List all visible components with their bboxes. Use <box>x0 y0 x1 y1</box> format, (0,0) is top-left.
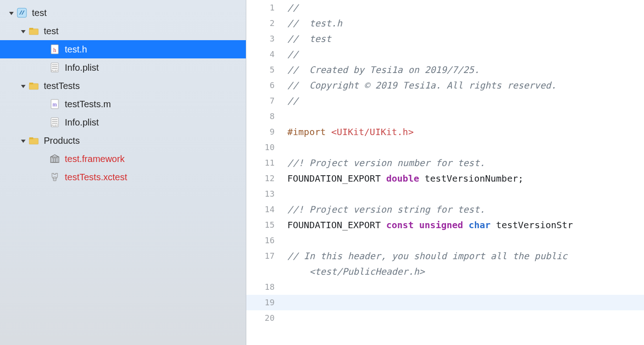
line-number: 10 <box>246 140 287 155</box>
folder-label: testTests <box>44 81 80 91</box>
svg-text:PLIST: PLIST <box>52 124 58 127</box>
code-line[interactable] <box>287 140 644 155</box>
file-label: Info.plist <box>65 63 99 73</box>
file-label: testTests.m <box>65 99 111 110</box>
disclosure-triangle-icon[interactable] <box>20 136 26 146</box>
product-framework-row[interactable]: test.framework <box>0 150 246 168</box>
svg-marker-0 <box>9 12 14 15</box>
code-line[interactable]: FOUNDATION_EXPORT double testVersionNumb… <box>287 171 644 186</box>
code-line[interactable] <box>287 109 644 124</box>
line-number: 16 <box>246 233 287 248</box>
code-line[interactable]: <test/PublicHeader.h> <box>287 264 644 279</box>
code-line[interactable]: // In this header, you should import all… <box>287 248 644 264</box>
svg-rect-19 <box>52 121 57 122</box>
svg-marker-2 <box>21 30 26 33</box>
line-number: 5 <box>246 62 287 78</box>
svg-rect-4 <box>29 28 33 30</box>
svg-rect-28 <box>56 158 57 162</box>
folder-test-row[interactable]: test <box>0 22 246 40</box>
line-number: 15 <box>246 217 287 233</box>
svg-rect-9 <box>52 66 57 67</box>
objc-file-icon: m <box>49 99 60 110</box>
line-number: 4 <box>246 47 287 62</box>
folder-icon <box>28 26 39 37</box>
file-info-plist-row[interactable]: PLIST Info.plist <box>0 113 246 131</box>
folder-products-row[interactable]: Products <box>0 131 246 150</box>
svg-rect-14 <box>29 83 33 84</box>
project-root-row[interactable]: test <box>0 4 246 22</box>
code-line[interactable]: //! Project version number for test. <box>287 155 644 171</box>
line-number: 11 <box>246 155 287 171</box>
code-line[interactable]: // <box>287 0 644 16</box>
folder-label: test <box>44 26 58 37</box>
line-number: 8 <box>246 109 287 124</box>
svg-marker-12 <box>21 85 26 88</box>
line-number: 20 <box>246 310 287 326</box>
line-number: 18 <box>246 279 287 295</box>
code-line[interactable] <box>287 186 644 202</box>
line-number: 7 <box>246 93 287 109</box>
code-line[interactable]: #import <UIKit/UIKit.h> <box>287 124 644 140</box>
svg-text:h: h <box>53 47 57 53</box>
folder-label: Products <box>44 136 80 146</box>
file-info-plist-row[interactable]: PLIST Info.plist <box>0 58 246 77</box>
project-navigator[interactable]: test test h test.h PLIST Info.plist test… <box>0 0 246 345</box>
line-number: 12 <box>246 171 287 186</box>
line-number: 1 <box>246 0 287 16</box>
code-line[interactable] <box>287 310 644 326</box>
code-line[interactable] <box>287 295 644 310</box>
disclosure-triangle-icon[interactable] <box>20 26 26 36</box>
line-number: 13 <box>246 186 287 202</box>
file-label: test.framework <box>65 154 125 164</box>
header-file-icon: h <box>49 44 60 55</box>
code-line[interactable] <box>287 233 644 248</box>
svg-text:m: m <box>52 101 57 108</box>
xctest-icon <box>49 172 60 183</box>
folder-icon <box>28 80 39 91</box>
file-label: testTests.xctest <box>65 172 127 183</box>
code-line[interactable]: // <box>287 47 644 62</box>
svg-rect-24 <box>29 137 33 139</box>
svg-rect-20 <box>52 123 57 124</box>
file-label: Info.plist <box>65 117 99 128</box>
line-number: 9 <box>246 124 287 140</box>
svg-rect-1 <box>17 8 26 17</box>
folder-testtests-row[interactable]: testTests <box>0 77 246 95</box>
line-number: 2 <box>246 16 287 31</box>
svg-rect-27 <box>54 158 56 162</box>
code-line[interactable]: // test.h <box>287 16 644 31</box>
file-label: test.h <box>65 44 87 55</box>
plist-file-icon: PLIST <box>49 62 60 73</box>
svg-text:PLIST: PLIST <box>52 69 58 72</box>
svg-rect-10 <box>52 68 57 69</box>
line-number: 19 <box>246 295 287 310</box>
code-line[interactable]: // Created by Tesi1a on 2019/7/25. <box>287 62 644 78</box>
svg-marker-22 <box>21 140 26 143</box>
disclosure-triangle-icon[interactable] <box>20 81 26 91</box>
file-test-h-row[interactable]: h test.h <box>0 40 246 58</box>
line-number: 3 <box>246 31 287 47</box>
disclosure-triangle-icon[interactable] <box>8 8 15 18</box>
line-number: 17 <box>246 248 287 264</box>
xcode-project-icon <box>16 7 27 18</box>
line-number: 14 <box>246 202 287 217</box>
file-testtests-m-row[interactable]: m testTests.m <box>0 95 246 113</box>
svg-rect-8 <box>52 64 57 65</box>
code-line[interactable]: // test <box>287 31 644 47</box>
line-number <box>246 264 287 279</box>
plist-file-icon: PLIST <box>49 117 60 128</box>
svg-rect-26 <box>52 158 53 162</box>
source-editor[interactable]: 1// 2// test.h 3// test 4// 5// Created … <box>246 0 644 345</box>
svg-rect-18 <box>52 119 57 120</box>
folder-icon <box>28 135 39 146</box>
code-line[interactable]: FOUNDATION_EXPORT const unsigned char te… <box>287 217 644 233</box>
code-line[interactable] <box>287 279 644 295</box>
project-root-label: test <box>32 8 47 18</box>
code-line[interactable]: // Copyright © 2019 Tesi1a. All rights r… <box>287 78 644 93</box>
line-number: 6 <box>246 78 287 93</box>
framework-icon <box>49 153 60 164</box>
product-xctest-row[interactable]: testTests.xctest <box>0 168 246 186</box>
code-line[interactable]: //! Project version string for test. <box>287 202 644 217</box>
code-line[interactable]: // <box>287 93 644 109</box>
